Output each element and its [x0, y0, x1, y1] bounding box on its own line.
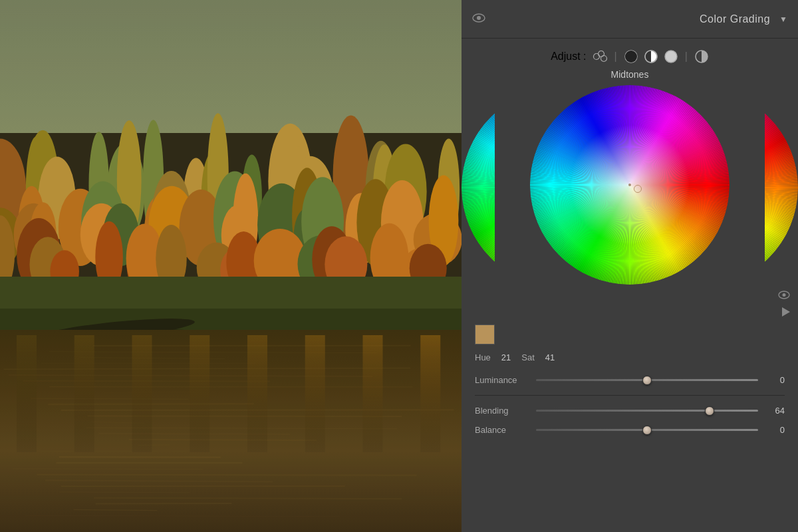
- svg-point-12: [783, 293, 786, 297]
- balance-value: 0: [766, 425, 785, 435]
- adjust-midtones-button[interactable]: [644, 49, 658, 64]
- panel-title: Color Grading: [700, 13, 770, 25]
- hue-value[interactable]: 21: [501, 352, 511, 362]
- divider-2: |: [685, 51, 688, 63]
- balance-thumb[interactable]: [642, 426, 652, 435]
- panel-header: Color Grading ▼: [462, 0, 798, 39]
- photo-panel: [0, 0, 462, 532]
- hue-sat-row: Hue 21 Sat 41: [462, 350, 798, 370]
- swatch-row: [475, 325, 785, 344]
- hue-label: Hue: [475, 352, 491, 362]
- blending-row: Blending 64: [462, 401, 798, 420]
- triangle-icon[interactable]: [782, 307, 790, 319]
- luminance-value: 0: [766, 375, 785, 385]
- svg-point-9: [665, 51, 677, 63]
- wheel-area[interactable]: [462, 85, 798, 290]
- slider-divider: [475, 395, 785, 396]
- sat-value[interactable]: 41: [545, 352, 555, 362]
- side-icons: [462, 290, 798, 319]
- midtones-label: Midtones: [462, 69, 798, 85]
- blending-track[interactable]: [536, 410, 758, 412]
- eye-icon-wheel[interactable]: [778, 290, 790, 302]
- wheel-indicator: [634, 185, 642, 193]
- color-swatch[interactable]: [475, 325, 495, 344]
- divider-1: |: [614, 51, 617, 63]
- adjust-row: Adjust : |: [462, 39, 798, 69]
- luminance-thumb[interactable]: [642, 376, 652, 385]
- luminance-track[interactable]: [536, 379, 758, 381]
- luminance-label: Luminance: [475, 375, 528, 385]
- adjust-global-button[interactable]: [694, 49, 709, 64]
- adjust-all-button[interactable]: [592, 51, 608, 63]
- balance-label: Balance: [475, 425, 528, 435]
- wheel-center-dot: [628, 184, 631, 186]
- sat-label: Sat: [521, 352, 535, 362]
- adjust-shadows-button[interactable]: [624, 49, 638, 64]
- adjust-label: Adjust :: [551, 51, 586, 63]
- dropdown-arrow[interactable]: ▼: [779, 15, 787, 24]
- right-panel: Color Grading ▼ Adjust : |: [462, 0, 798, 532]
- svg-point-1: [477, 16, 481, 20]
- color-wheel-container[interactable]: [530, 85, 730, 285]
- eye-icon-header[interactable]: [472, 13, 485, 25]
- balance-row: Balance 0: [462, 420, 798, 440]
- blending-thumb[interactable]: [705, 406, 714, 416]
- adjust-highlights-button[interactable]: [664, 49, 678, 64]
- luminance-row: Luminance 0: [462, 370, 798, 390]
- blending-label: Blending: [475, 406, 528, 416]
- svg-marker-13: [782, 307, 790, 317]
- blending-value: 64: [766, 406, 785, 416]
- photo-canvas: [0, 0, 462, 532]
- svg-point-4: [600, 56, 606, 62]
- svg-point-6: [625, 51, 637, 63]
- balance-track[interactable]: [536, 429, 758, 431]
